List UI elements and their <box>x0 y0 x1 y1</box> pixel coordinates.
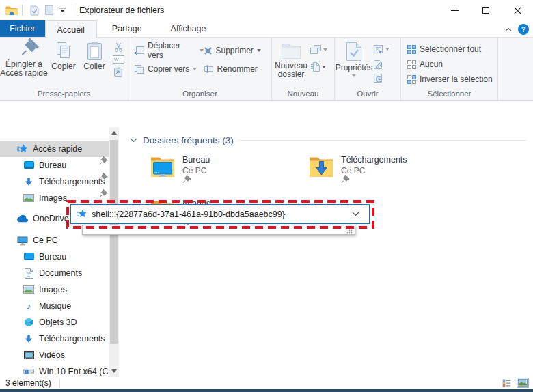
sidebar-item-3d-objects[interactable]: Objets 3D <box>0 314 109 331</box>
downloads-icon <box>23 334 35 344</box>
scrollbar-thumb[interactable] <box>110 140 118 344</box>
svg-text:W...: W... <box>114 57 122 62</box>
titlebar-separator <box>72 5 72 16</box>
sidebar-item-desktop-pc[interactable]: Bureau <box>0 249 109 265</box>
explorer-window: Explorateur de fichiers Fichier Accueil … <box>0 0 533 392</box>
navigation-pane: Accès rapide Bureau Téléchargements <box>0 127 109 377</box>
collapse-group-icon[interactable] <box>130 138 137 143</box>
new-item-button[interactable] <box>310 60 333 74</box>
sidebar-item-pictures-pc[interactable]: Images <box>0 281 109 298</box>
onedrive-icon <box>16 215 29 223</box>
copy-to-icon <box>134 65 144 74</box>
thumbnail-view-icon[interactable] <box>517 378 529 388</box>
select-none-button[interactable]: Aucun <box>407 57 443 71</box>
invert-selection-button[interactable]: Inverser la sélection <box>407 72 493 86</box>
folder-tile-desktop[interactable]: Bureau Ce PC <box>150 154 305 195</box>
videos-icon <box>23 351 35 359</box>
pin-icon <box>100 162 102 165</box>
group-label-select: Sélectionner <box>401 89 497 100</box>
tab-share[interactable]: Partage <box>100 20 154 37</box>
pin-icon <box>183 180 186 183</box>
pin-to-quick-access-button[interactable]: Épingler à Accès rapide <box>0 38 48 87</box>
delete-button[interactable]: Supprimer <box>204 44 272 57</box>
paste-button[interactable]: Coller <box>79 38 109 87</box>
navigation-bar: ← → ↑ → <box>0 101 533 127</box>
pictures-icon <box>23 194 35 202</box>
paste-icon <box>87 42 102 60</box>
move-to-button[interactable]: Déplacer vers <box>134 44 204 57</box>
close-button[interactable] <box>502 0 533 20</box>
address-autocomplete-popup <box>82 225 355 235</box>
content-pane: Dossiers fréquents (3) Bureau Ce PC <box>120 127 533 377</box>
copy-button[interactable]: Copier <box>48 38 79 87</box>
history-button[interactable] <box>373 73 399 83</box>
window-body: Accès rapide Bureau Téléchargements <box>0 127 533 377</box>
address-dropdown-icon[interactable] <box>348 212 364 216</box>
desktop-icon <box>23 253 35 262</box>
address-input[interactable] <box>92 210 348 219</box>
select-none-icon <box>407 60 416 69</box>
documents-icon <box>23 268 35 279</box>
copy-path-icon[interactable]: W... <box>113 55 124 64</box>
collapse-ribbon-icon[interactable] <box>505 27 512 31</box>
ribbon-group-clipboard: Épingler à Accès rapide Copier Coller <box>0 38 128 100</box>
explorer-app-icon <box>5 5 18 16</box>
group-header-line <box>239 140 526 141</box>
qat-customize-dropdown[interactable] <box>57 3 68 18</box>
move-to-dropdown <box>200 49 204 52</box>
folder-tile-downloads[interactable]: Téléchargements Ce PC <box>309 154 463 195</box>
item-count: 3 élément(s) <box>5 378 51 388</box>
tab-home[interactable]: Accueil <box>45 20 97 38</box>
tile-name: Bureau <box>182 155 210 165</box>
qat-new-folder-button[interactable] <box>42 3 57 18</box>
sidebar-item-quick-access[interactable]: Accès rapide <box>0 141 109 157</box>
paste-shortcut-icon[interactable] <box>114 67 122 77</box>
copy-icon <box>55 42 72 60</box>
cut-icon[interactable] <box>114 42 123 52</box>
group-header-frequent-folders[interactable]: Dossiers fréquents (3) <box>130 135 526 145</box>
delete-icon <box>204 46 213 55</box>
pin-icon <box>21 50 26 55</box>
sidebar-scrollbar[interactable] <box>109 127 119 377</box>
open-button[interactable] <box>373 42 399 56</box>
sidebar-item-desktop[interactable]: Bureau <box>0 157 109 173</box>
maximize-button[interactable] <box>470 0 502 20</box>
new-folder-button[interactable]: Nouveau dossier <box>272 38 310 87</box>
tile-location: Ce PC <box>341 166 407 176</box>
sidebar-item-music[interactable]: ♪ Musique <box>0 298 109 314</box>
invert-selection-icon <box>407 75 416 84</box>
edit-button[interactable] <box>373 59 399 70</box>
sidebar-item-videos[interactable]: Vidéos <box>0 347 109 363</box>
easy-access-button[interactable] <box>310 43 333 57</box>
select-all-button[interactable]: Sélectionner tout <box>407 42 481 56</box>
move-to-icon <box>134 46 144 55</box>
rename-button[interactable]: Renommer <box>204 62 272 76</box>
sidebar-item-downloads-pc[interactable]: Téléchargements <box>0 331 109 347</box>
ribbon-group-open: Propriétés Ouvrir <box>335 38 401 100</box>
sidebar-item-local-disk-c[interactable]: Win 10 Ent x64 (C:) <box>0 363 109 377</box>
sidebar-item-documents[interactable]: Documents <box>0 265 109 281</box>
folder-icon <box>150 156 178 186</box>
window-title: Explorateur de fichiers <box>79 5 164 15</box>
folder-icon <box>309 156 336 186</box>
minimize-button[interactable] <box>439 0 470 20</box>
address-bar[interactable] <box>70 204 370 224</box>
tab-view[interactable]: Affichage <box>159 20 218 37</box>
group-label-open: Ouvrir <box>335 89 400 100</box>
resize-grip-icon[interactable] <box>346 227 353 234</box>
pictures-icon <box>23 285 35 294</box>
sidebar-item-downloads[interactable]: Téléchargements <box>0 173 109 190</box>
tab-file[interactable]: Fichier <box>0 20 45 37</box>
details-view-icon[interactable] <box>502 379 511 387</box>
ribbon-group-organize: Déplacer vers Copier vers <box>128 38 272 100</box>
copy-to-button[interactable]: Copier vers <box>134 62 204 76</box>
ribbon: Épingler à Accès rapide Copier Coller <box>0 38 533 101</box>
properties-button[interactable]: Propriétés <box>335 38 373 87</box>
scroll-down-icon[interactable] <box>109 365 119 377</box>
help-icon[interactable]: ? <box>518 24 529 35</box>
properties-icon <box>346 42 362 61</box>
scroll-up-icon[interactable] <box>109 127 119 139</box>
qat-properties-button[interactable] <box>27 3 42 18</box>
quick-access-icon <box>16 143 29 154</box>
downloads-icon <box>23 177 35 186</box>
